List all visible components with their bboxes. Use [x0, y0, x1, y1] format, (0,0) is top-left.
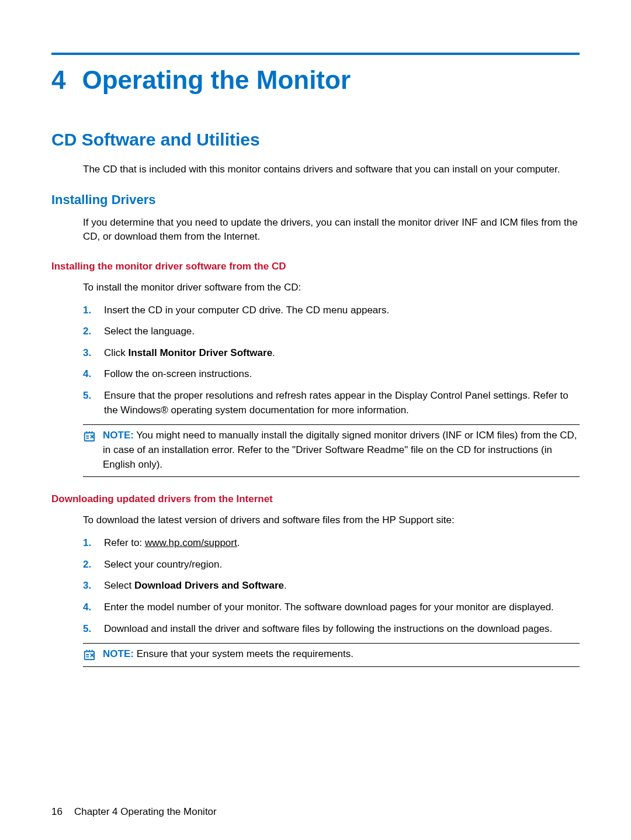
chapter-number: 4	[51, 65, 65, 95]
chapter-heading: 4 Operating the Monitor	[51, 65, 580, 95]
step-text: Refer to:	[104, 537, 145, 548]
top-divider	[51, 53, 580, 55]
step-item: Refer to: www.hp.com/support.	[83, 536, 580, 551]
step-item: Ensure that the proper resolutions and r…	[83, 389, 580, 417]
subsection-installing-drivers: Installing Drivers	[51, 192, 580, 208]
section-intro: The CD that is included with this monito…	[83, 163, 580, 177]
note-label: NOTE:	[103, 648, 134, 659]
page-footer: 16 Chapter 4 Operating the Monitor	[51, 806, 217, 818]
subsection-intro: If you determine that you need to update…	[83, 216, 580, 244]
step-text: .	[284, 580, 287, 591]
step-text: Select	[104, 580, 134, 591]
note-icon	[83, 647, 97, 662]
footer-chapter-label: Chapter 4 Operating the Monitor	[74, 806, 217, 818]
lead-install-from-cd: To install the monitor driver software f…	[83, 281, 580, 295]
note-text: You might need to manually install the d…	[103, 430, 577, 469]
lead-download-internet: To download the latest version of driver…	[83, 513, 580, 528]
step-bold: Download Drivers and Software	[134, 580, 284, 591]
note-content: NOTE: You might need to manually install…	[103, 428, 580, 472]
step-text: .	[272, 347, 275, 358]
step-bold: Install Monitor Driver Software	[129, 347, 273, 358]
note-content: NOTE: Ensure that your system meets the …	[103, 647, 580, 662]
step-item: Enter the model number of your monitor. …	[83, 600, 580, 615]
note-block: NOTE: Ensure that your system meets the …	[83, 643, 580, 667]
note-block: NOTE: You might need to manually install…	[83, 424, 580, 477]
heading-install-from-cd: Installing the monitor driver software f…	[51, 261, 580, 272]
step-item: Select Download Drivers and Software.	[83, 579, 580, 593]
steps-install-from-cd: Insert the CD in your computer CD drive.…	[83, 303, 580, 418]
step-item: Click Install Monitor Driver Software.	[83, 346, 580, 361]
step-text: Click	[104, 347, 129, 358]
note-icon	[83, 428, 97, 472]
step-item: Insert the CD in your computer CD drive.…	[83, 303, 580, 318]
step-item: Download and install the driver and soft…	[83, 622, 580, 637]
chapter-title: Operating the Monitor	[82, 65, 351, 95]
step-text: .	[237, 537, 240, 548]
step-item: Select your country/region.	[83, 558, 580, 572]
note-label: NOTE:	[103, 430, 134, 441]
section-title-cd-software: CD Software and Utilities	[51, 130, 580, 150]
document-page: 4 Operating the Monitor CD Software and …	[0, 0, 631, 840]
page-number: 16	[51, 806, 63, 818]
support-link[interactable]: www.hp.com/support	[145, 537, 237, 548]
step-item: Follow the on-screen instructions.	[83, 367, 580, 382]
steps-download-internet: Refer to: www.hp.com/support. Select you…	[83, 536, 580, 636]
note-text: Ensure that your system meets the requir…	[137, 648, 353, 659]
step-item: Select the language.	[83, 324, 580, 339]
heading-download-internet: Downloading updated drivers from the Int…	[51, 493, 580, 505]
